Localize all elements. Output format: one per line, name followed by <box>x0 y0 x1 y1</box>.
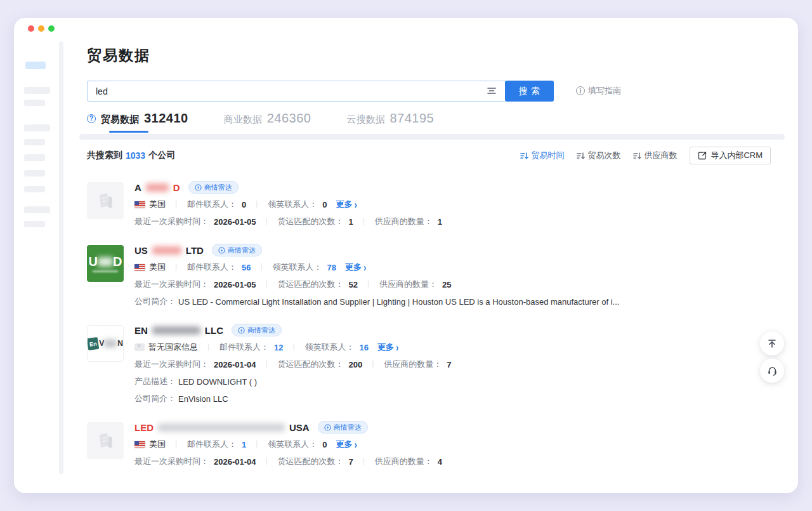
skeleton-bar <box>24 124 50 131</box>
skeleton-bar <box>24 206 50 213</box>
us-flag-icon <box>134 441 145 448</box>
search-input[interactable] <box>87 81 505 102</box>
sidebar-item-active[interactable] <box>25 62 46 69</box>
email-contact-count[interactable]: 1 <box>242 440 246 449</box>
linkedin-contact-count[interactable]: 78 <box>327 263 336 272</box>
building-icon <box>95 430 116 451</box>
results-header: 共搜索到 1033 个公司 贸易时间 贸易次数 供应商数 <box>87 147 771 164</box>
back-to-top-button[interactable] <box>760 331 784 355</box>
company-card: A D 商情雷达 美国 丨 邮件联系人： 0 丨 <box>87 181 771 228</box>
search-bar: 搜索 <box>87 81 554 102</box>
email-contact-count[interactable]: 56 <box>242 263 251 272</box>
business-radar-badge[interactable]: 商情雷达 <box>318 421 368 434</box>
company-name-row: LED USA 商情雷达 <box>134 421 771 434</box>
import-crm-button[interactable]: 导入内部CRM <box>690 147 771 164</box>
data-tabs: ? 贸易数据 312410 商业数据 246360 云搜数据 874195 <box>87 111 434 126</box>
company-card: LED USA 商情雷达 美国 丨 邮件联系人： 1 <box>87 421 771 468</box>
company-name-highlight[interactable]: D <box>173 182 180 193</box>
minimize-window-button[interactable] <box>38 25 44 32</box>
company-intro: EnVision LLC <box>178 394 228 404</box>
business-radar-badge[interactable]: 商情雷达 <box>212 244 262 256</box>
company-logo: En V N <box>87 325 124 362</box>
email-contact-count: 0 <box>242 200 246 209</box>
company-meta-row: 美国 丨 邮件联系人： 0 丨 领英联系人： 0 更多› <box>134 198 771 211</box>
company-card: En V N EN LLC 商情雷达 <box>87 324 771 405</box>
active-tab-underline <box>109 131 148 133</box>
email-contact-count[interactable]: 12 <box>274 343 283 352</box>
company-name[interactable]: LLC <box>205 325 223 336</box>
more-link[interactable]: 更多› <box>336 439 357 450</box>
us-flag-icon <box>134 201 145 208</box>
maximize-window-button[interactable] <box>48 25 55 32</box>
company-logo: U D <box>87 245 124 282</box>
building-icon <box>95 190 116 211</box>
window-controls <box>28 25 55 32</box>
skeleton-bar <box>24 87 50 94</box>
company-intro-row: 公司简介： US LED - Commercial Light Installa… <box>134 295 771 308</box>
browser-window: 贸易数据 搜索 i 填写指南 ? 贸易数据 312410 商业数据 246360… <box>14 18 798 493</box>
more-link[interactable]: 更多› <box>377 342 399 353</box>
company-card: U D US LTD 商情雷达 <box>87 244 771 308</box>
product-desc-row: 产品描述： LED DOWNLIGHT ( ) <box>134 375 771 388</box>
customer-service-button[interactable] <box>760 359 784 383</box>
sort-icon <box>577 152 585 160</box>
skeleton-bar <box>24 221 45 227</box>
filter-icon[interactable] <box>487 86 497 98</box>
linkedin-contact-count[interactable]: 16 <box>359 343 368 352</box>
tab-trade-data[interactable]: ? 贸易数据 312410 <box>87 111 188 126</box>
company-logo-placeholder <box>87 422 124 459</box>
supplier-count: 25 <box>442 280 451 289</box>
headset-icon <box>767 366 778 376</box>
company-stats-row: 最近一次采购时间： 2026-01-05 丨 货运匹配的次数： 52 丨 供应商… <box>134 278 771 291</box>
skeleton-bar <box>24 186 45 192</box>
redacted-name <box>158 423 285 432</box>
sort-supplier-count[interactable]: 供应商数 <box>633 150 677 161</box>
more-link[interactable]: 更多› <box>336 199 357 210</box>
company-stats-row: 最近一次采购时间： 2026-01-05 丨 货运匹配的次数： 1 丨 供应商的… <box>134 215 771 228</box>
company-name[interactable]: A <box>134 182 141 193</box>
company-name[interactable]: LTD <box>186 245 204 256</box>
radar-bolt-icon <box>238 327 245 334</box>
last-purchase-date: 2026-01-04 <box>214 457 256 467</box>
sort-icon <box>633 152 641 160</box>
freight-match-count: 200 <box>349 360 363 369</box>
supplier-count: 7 <box>447 360 451 369</box>
tab-business-data[interactable]: 商业数据 246360 <box>224 111 311 126</box>
sort-icon <box>520 152 528 160</box>
business-radar-badge[interactable]: 商情雷达 <box>188 181 239 194</box>
no-country-icon <box>134 343 145 351</box>
info-icon: i <box>576 86 585 95</box>
company-meta-row: 美国 丨 邮件联系人： 56 丨 领英联系人： 78 更多› <box>134 261 771 274</box>
sort-trade-count[interactable]: 贸易次数 <box>577 150 620 161</box>
company-name[interactable]: USA <box>289 422 310 433</box>
skeleton-bar <box>24 100 45 106</box>
more-link[interactable]: 更多› <box>345 262 367 273</box>
company-name-highlight[interactable]: LED <box>134 422 154 433</box>
page-title: 贸易数据 <box>87 46 150 65</box>
company-name[interactable]: EN <box>134 325 148 336</box>
company-name[interactable]: US <box>134 245 148 256</box>
chevron-right-icon: › <box>354 198 357 210</box>
chevron-right-icon: › <box>396 341 399 353</box>
import-icon <box>698 151 707 160</box>
redacted-name <box>152 246 181 255</box>
company-stats-row: 最近一次采购时间： 2026-01-04 丨 货运匹配的次数： 7 丨 供应商的… <box>134 455 771 468</box>
company-intro: US LED - Commercial Light Installation a… <box>178 297 619 307</box>
company-name-row: A D 商情雷达 <box>134 181 771 194</box>
business-radar-badge[interactable]: 商情雷达 <box>232 324 282 336</box>
close-window-button[interactable] <box>28 25 34 32</box>
fill-guide-link[interactable]: i 填写指南 <box>576 85 621 96</box>
supplier-count: 4 <box>438 457 442 467</box>
question-icon: ? <box>87 114 96 123</box>
results-summary: 共搜索到 1033 个公司 <box>87 150 175 161</box>
tab-cloud-search-data[interactable]: 云搜数据 874195 <box>347 111 435 126</box>
supplier-count: 1 <box>438 217 442 227</box>
chevron-right-icon: › <box>354 438 357 450</box>
redacted-logo-text <box>98 257 113 267</box>
sort-trade-time[interactable]: 贸易时间 <box>520 150 564 161</box>
company-name-row: US LTD 商情雷达 <box>134 244 771 256</box>
redacted-logo-line <box>93 270 118 272</box>
last-purchase-date: 2026-01-05 <box>214 217 256 227</box>
search-button[interactable]: 搜索 <box>505 81 554 102</box>
radar-bolt-icon <box>195 184 202 191</box>
